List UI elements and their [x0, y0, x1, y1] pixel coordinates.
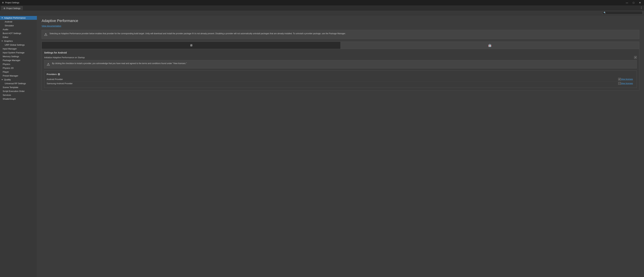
platform-tab-android[interactable]: 🤖: [341, 42, 639, 49]
maximize-button[interactable]: □: [632, 1, 635, 4]
sidebar-item-graphics[interactable]: ▼ Graphics: [0, 39, 37, 43]
page-title: Adaptive Performance: [42, 18, 639, 23]
top-search-bar: 🔍: [0, 10, 644, 15]
tab-bar: ⚙ Project Settings ⋮: [0, 5, 644, 10]
init-label: Initialize Adaptive Performance on Start…: [44, 56, 634, 59]
info-box: ⚠ Selecting an Adaptive Performance prov…: [42, 30, 639, 39]
tab-icon: ⚙: [4, 7, 5, 10]
search-input[interactable]: [607, 12, 642, 14]
app-icon: ⚙: [2, 2, 4, 4]
platform-tab-desktop[interactable]: 🖥: [42, 42, 341, 49]
sidebar-item-label: Script Execution Order: [3, 90, 25, 92]
sidebar-item-shader-graph[interactable]: ShaderGraph: [0, 97, 37, 101]
close-button[interactable]: ✕: [638, 1, 642, 4]
search-icon: 🔍: [604, 12, 606, 14]
sidebar-item-label: Memory Settings: [3, 55, 19, 58]
sidebar-item-label: ShaderGraph: [3, 98, 16, 100]
android-provider-checkbox[interactable]: ✓: [618, 78, 621, 80]
init-checkbox[interactable]: ✓: [634, 56, 637, 59]
tab-more-button[interactable]: ⋮: [640, 6, 643, 9]
sidebar-item-script-execution[interactable]: Script Execution Order: [0, 89, 37, 93]
settings-section-title: Settings for Android: [44, 51, 637, 54]
sidebar-item-label: Package Manager: [3, 59, 20, 62]
main-layout: ▼ Adaptive Performance Android Simulator…: [0, 15, 644, 277]
tab-label: Project Settings: [6, 7, 20, 10]
samsung-provider-checkbox[interactable]: [618, 82, 621, 85]
sidebar-item-label: Physics 2D: [3, 67, 14, 69]
provider-name-samsung: Samsung Android Provider: [47, 82, 618, 85]
sidebar-item-urp-global[interactable]: URP Global Settings: [0, 43, 37, 47]
sidebar-item-memory-settings[interactable]: Memory Settings: [0, 54, 37, 58]
sidebar-item-audio[interactable]: Audio: [0, 28, 37, 31]
sidebar-item-label: Editor: [3, 36, 8, 38]
android-view-licenses-link[interactable]: View licenses: [621, 78, 633, 80]
view-documentation-link[interactable]: View documentation: [42, 25, 61, 27]
title-bar-left: ⚙ Project Settings: [2, 2, 19, 4]
sidebar-item-label: Player: [3, 71, 9, 73]
sidebar-item-burst-aot[interactable]: Burst AOT Settings: [0, 31, 37, 35]
sidebar-item-label: Physics: [3, 63, 10, 66]
provider-name-android: Android Provider: [47, 78, 618, 80]
warning-icon: ⚠: [47, 62, 50, 66]
info-text: Selecting an Adaptive Performance provid…: [50, 32, 346, 35]
sidebar-item-label: Quality: [4, 78, 11, 81]
sidebar-item-universal-rp[interactable]: Universal RP Settings: [0, 82, 37, 86]
platform-tabs: 🖥 🤖: [42, 42, 639, 49]
sidebar-item-scene-template[interactable]: Scene Template: [0, 86, 37, 89]
sidebar-item-label: Android: [5, 20, 12, 23]
sidebar-item-label: Input System Package: [3, 51, 24, 54]
sidebar-item-preset-manager[interactable]: Preset Manager: [0, 74, 37, 78]
content-area: Adaptive Performance View documentation …: [37, 15, 644, 277]
sidebar-item-editor[interactable]: Editor: [0, 35, 37, 39]
warning-box: ⚠ By clicking the checkbox to install a …: [44, 60, 637, 68]
triangle-icon: ▼: [1, 79, 3, 80]
tab-project-settings[interactable]: ⚙ Project Settings: [1, 6, 23, 10]
sidebar: ▼ Adaptive Performance Android Simulator…: [0, 15, 37, 277]
sidebar-item-label: Input Manager: [3, 48, 17, 50]
sidebar-item-label: Adaptive Performance: [4, 16, 26, 19]
providers-help-icon[interactable]: ?: [58, 73, 60, 76]
minimize-button[interactable]: —: [625, 1, 629, 4]
sidebar-item-player[interactable]: Player: [0, 70, 37, 74]
warning-text: By clicking the checkbox to install a pr…: [52, 62, 187, 65]
sidebar-item-label: Preset Manager: [3, 74, 18, 77]
sidebar-item-adaptive-performance[interactable]: ▼ Adaptive Performance: [0, 16, 37, 20]
sidebar-item-quality[interactable]: ▼ Quality: [0, 78, 37, 82]
android-icon: 🤖: [488, 44, 492, 47]
sidebar-item-label: Burst AOT Settings: [3, 32, 21, 34]
sidebar-item-simulator[interactable]: Simulator: [0, 24, 37, 28]
sidebar-item-label: Scene Template: [3, 86, 18, 88]
sidebar-item-physics[interactable]: Physics: [0, 62, 37, 66]
providers-title-row: Providers ?: [47, 73, 634, 76]
sidebar-item-android[interactable]: Android: [0, 20, 37, 24]
sidebar-item-label: Services: [3, 94, 11, 96]
samsung-view-licenses-link[interactable]: View licenses: [621, 82, 633, 84]
search-input-wrap: 🔍: [602, 11, 643, 14]
sidebar-item-physics-2d[interactable]: Physics 2D: [0, 66, 37, 70]
title-bar-controls: — □ ✕: [625, 1, 642, 4]
info-icon: ⚠: [44, 32, 48, 37]
sidebar-item-label: Universal RP Settings: [5, 82, 26, 85]
app-title: Project Settings: [5, 2, 19, 4]
provider-row-samsung: Samsung Android Provider View licenses: [47, 81, 634, 86]
init-setting-row: Initialize Adaptive Performance on Start…: [44, 56, 637, 59]
triangle-icon: ▼: [1, 17, 3, 19]
providers-title: Providers: [47, 73, 57, 76]
sidebar-item-input-system[interactable]: Input System Package: [0, 51, 37, 54]
settings-panel: Settings for Android Initialize Adaptive…: [42, 49, 639, 90]
sidebar-item-package-manager[interactable]: Package Manager: [0, 58, 37, 62]
desktop-icon: 🖥: [190, 44, 193, 47]
title-bar: ⚙ Project Settings — □ ✕: [0, 0, 644, 5]
sidebar-item-label: Simulator: [5, 24, 14, 27]
triangle-icon: ▼: [1, 40, 3, 42]
providers-section: Providers ? Android Provider ✓ View lice…: [44, 70, 637, 88]
sidebar-item-label: Graphics: [4, 40, 13, 42]
sidebar-item-label: URP Global Settings: [5, 44, 25, 46]
provider-row-android: Android Provider ✓ View licenses: [47, 77, 634, 81]
sidebar-item-input-manager[interactable]: Input Manager: [0, 47, 37, 51]
sidebar-item-services[interactable]: Services: [0, 93, 37, 97]
sidebar-item-label: Audio: [3, 28, 8, 31]
